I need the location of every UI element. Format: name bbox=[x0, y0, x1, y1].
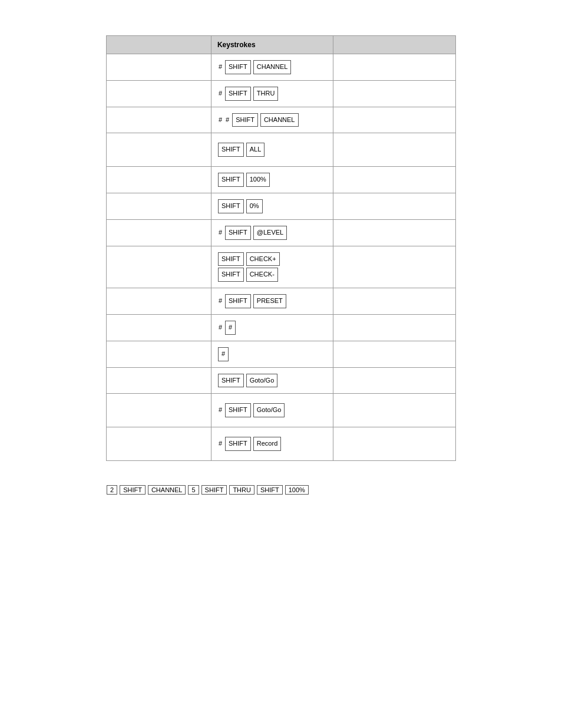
header-col1 bbox=[107, 36, 211, 54]
row-keys: #SHIFT@LEVEL bbox=[211, 219, 333, 246]
row-keys: SHIFT0% bbox=[211, 193, 333, 219]
row-col3 bbox=[333, 314, 456, 341]
key-item: SHIFT bbox=[225, 403, 251, 417]
key-item: CHECK- bbox=[246, 268, 278, 282]
table-header-row: Keystrokes bbox=[107, 36, 456, 54]
table-row: #SHIFTCHANNEL bbox=[107, 54, 456, 81]
row-col1 bbox=[107, 341, 211, 367]
row-col3 bbox=[333, 367, 456, 394]
row-col1 bbox=[107, 54, 211, 81]
key-item: CHANNEL bbox=[253, 60, 292, 74]
row-col3 bbox=[333, 427, 456, 461]
table-row: SHIFTCHECK+SHIFTCHECK- bbox=[107, 246, 456, 288]
row-col1 bbox=[107, 314, 211, 341]
table-row: SHIFT100% bbox=[107, 167, 456, 193]
example-row: 2SHIFTCHANNEL5SHIFTTHRUSHIFT100% bbox=[106, 485, 456, 495]
row-keys: #SHIFTTHRU bbox=[211, 80, 333, 107]
example-key: CHANNEL bbox=[148, 485, 186, 495]
key-item: # bbox=[225, 321, 236, 335]
key-item: # bbox=[218, 347, 229, 361]
shortcut-table: Keystrokes #SHIFTCHANNEL#SHIFTTHRU##SHIF… bbox=[106, 35, 456, 461]
key-item: # bbox=[219, 227, 222, 239]
row-keys: #SHIFTRecord bbox=[211, 427, 333, 461]
key-item: SHIFT bbox=[225, 60, 251, 74]
row-col3 bbox=[333, 246, 456, 288]
row-keys: SHIFTALL bbox=[211, 133, 333, 167]
key-item: # bbox=[219, 61, 222, 73]
key-item: # bbox=[226, 114, 229, 126]
key-item: SHIFT bbox=[218, 173, 244, 187]
row-col1 bbox=[107, 246, 211, 288]
row-col3 bbox=[333, 107, 456, 133]
row-col3 bbox=[333, 133, 456, 167]
key-item: CHECK+ bbox=[246, 252, 280, 266]
page-container: Keystrokes #SHIFTCHANNEL#SHIFTTHRU##SHIF… bbox=[0, 0, 562, 531]
table-row: ##SHIFTCHANNEL bbox=[107, 107, 456, 133]
row-keys: SHIFT100% bbox=[211, 167, 333, 193]
table-row: #SHIFTPRESET bbox=[107, 288, 456, 315]
example-key: THRU bbox=[229, 485, 254, 495]
row-col1 bbox=[107, 80, 211, 107]
example-key: SHIFT bbox=[120, 485, 146, 495]
row-col3 bbox=[333, 193, 456, 219]
row-col3 bbox=[333, 219, 456, 246]
example-key: 100% bbox=[285, 485, 309, 495]
key-item: 100% bbox=[246, 173, 270, 187]
key-item: Goto/Go bbox=[253, 403, 285, 417]
key-item: THRU bbox=[253, 87, 279, 101]
key-item: SHIFT bbox=[225, 226, 251, 240]
row-col1 bbox=[107, 427, 211, 461]
table-row: #SHIFTTHRU bbox=[107, 80, 456, 107]
key-item: # bbox=[219, 322, 222, 334]
key-item: SHIFT bbox=[218, 374, 244, 388]
table-row: #SHIFTGoto/Go bbox=[107, 394, 456, 427]
key-item: SHIFT bbox=[225, 437, 251, 451]
key-item: PRESET bbox=[253, 294, 286, 308]
row-keys: SHIFTGoto/Go bbox=[211, 367, 333, 394]
row-keys: ## bbox=[211, 314, 333, 341]
table-row: SHIFTGoto/Go bbox=[107, 367, 456, 394]
key-item: # bbox=[219, 295, 222, 307]
row-col3 bbox=[333, 341, 456, 367]
key-item: SHIFT bbox=[218, 199, 244, 213]
key-item: SHIFT bbox=[218, 268, 244, 282]
header-col3 bbox=[333, 36, 456, 54]
key-item: SHIFT bbox=[225, 87, 251, 101]
row-col3 bbox=[333, 54, 456, 81]
row-col1 bbox=[107, 219, 211, 246]
key-item: ALL bbox=[246, 143, 265, 157]
key-item: Record bbox=[253, 437, 281, 451]
row-keys: #SHIFTCHANNEL bbox=[211, 54, 333, 81]
row-keys: ##SHIFTCHANNEL bbox=[211, 107, 333, 133]
table-row: SHIFTALL bbox=[107, 133, 456, 167]
key-item: CHANNEL bbox=[260, 113, 299, 127]
key-item: Goto/Go bbox=[246, 374, 278, 388]
table-row: #SHIFT@LEVEL bbox=[107, 219, 456, 246]
row-keys: #SHIFTPRESET bbox=[211, 288, 333, 315]
row-keys: # bbox=[211, 341, 333, 367]
row-keys: #SHIFTGoto/Go bbox=[211, 394, 333, 427]
row-col1 bbox=[107, 288, 211, 315]
key-item: SHIFT bbox=[232, 113, 258, 127]
example-key: 2 bbox=[107, 485, 117, 495]
key-item: # bbox=[219, 404, 222, 416]
header-col2: Keystrokes bbox=[211, 36, 333, 54]
table-row: # bbox=[107, 341, 456, 367]
row-col1 bbox=[107, 193, 211, 219]
key-item: # bbox=[219, 88, 222, 100]
key-item: SHIFT bbox=[218, 252, 244, 266]
row-col1 bbox=[107, 367, 211, 394]
key-item: @LEVEL bbox=[253, 226, 287, 240]
row-col3 bbox=[333, 394, 456, 427]
key-item: # bbox=[219, 114, 222, 126]
row-col1 bbox=[107, 394, 211, 427]
example-key: SHIFT bbox=[201, 485, 227, 495]
row-keys: SHIFTCHECK+SHIFTCHECK- bbox=[211, 246, 333, 288]
row-col1 bbox=[107, 133, 211, 167]
table-row: ## bbox=[107, 314, 456, 341]
key-item: SHIFT bbox=[218, 143, 244, 157]
table-row: #SHIFTRecord bbox=[107, 427, 456, 461]
row-col3 bbox=[333, 288, 456, 315]
key-item: # bbox=[219, 438, 222, 450]
example-key: 5 bbox=[188, 485, 199, 495]
